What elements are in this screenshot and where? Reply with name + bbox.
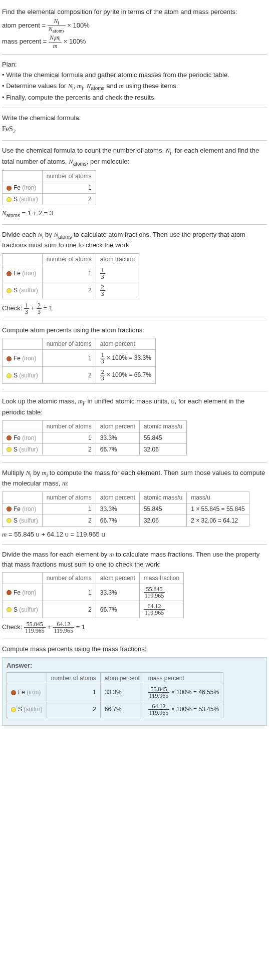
fraction: 13 <box>100 267 105 280</box>
col: number of atoms <box>42 171 96 182</box>
l: (sulfur) <box>19 517 38 524</box>
n: 1 <box>42 182 96 194</box>
v: N <box>166 147 170 154</box>
sub: 2 <box>13 129 16 134</box>
e: S <box>18 706 22 713</box>
el: S <box>14 196 18 203</box>
iron-icon <box>7 271 12 276</box>
r: 1 × 55.845 = 55.845 <box>187 503 249 515</box>
d: 3 <box>24 309 29 315</box>
eq-lhs: mass percent = <box>2 38 47 45</box>
table-row: Fe (iron)133.3%55.845 <box>3 432 187 443</box>
s: atoms <box>73 161 87 166</box>
table-row: S (sulfur)223 <box>3 282 139 299</box>
t: × 100% = 53.45% <box>169 705 219 712</box>
sulfur-icon <box>7 607 12 612</box>
c: number of atoms <box>42 338 96 350</box>
l: (sulfur) <box>19 287 38 294</box>
t: + <box>46 623 53 631</box>
table-row: S (sulfur)223 × 100% = 66.7% <box>3 367 156 384</box>
t: Multiply <box>2 469 26 476</box>
n: 2 <box>42 194 96 205</box>
e: S <box>14 606 18 613</box>
table-row: Fe (iron)133.3%55.845119.965 × 100% = 46… <box>7 684 223 701</box>
v: m <box>42 469 47 476</box>
sulfur-icon <box>7 373 12 378</box>
c: number of atoms <box>47 672 100 684</box>
l: (iron) <box>22 184 36 191</box>
v: m <box>2 531 7 538</box>
l: (iron) <box>27 689 41 696</box>
n: 2 <box>42 515 96 526</box>
el: Fe <box>14 184 21 191</box>
t: and <box>105 82 119 90</box>
d: 3 <box>37 309 42 315</box>
heading: Compute atom percents using the atom fra… <box>2 325 267 335</box>
atom-percent-section: Compute atom percents using the atom fra… <box>2 320 267 392</box>
c: atomic mass/u <box>139 420 186 432</box>
t: by <box>43 231 54 238</box>
e: Fe <box>14 589 21 596</box>
sulfur-icon <box>7 288 12 293</box>
count-table: number of atoms Fe (iron)1 S (sulfur)2 <box>2 170 96 205</box>
fraction: 64.12119.965 <box>148 703 170 716</box>
table-row: S (sulfur)2 <box>3 194 96 205</box>
iron-icon <box>7 507 12 512</box>
eq-rhs: × 100% <box>64 38 86 45</box>
t: × 100% = 66.7% <box>105 371 151 378</box>
count-sum: Natoms = 1 + 2 = 3 <box>2 208 267 219</box>
p: 66.7% <box>96 443 139 455</box>
mass-table: number of atomsatom percentatomic mass/u… <box>2 420 187 455</box>
check: Check: 55.845119.965 + 64.12119.965 = 1 <box>2 621 267 634</box>
e: Fe <box>18 689 25 696</box>
d: 119.965 <box>144 593 165 599</box>
fraction: 55.845119.965 <box>148 686 170 699</box>
fraction: Ni Natoms <box>48 18 66 34</box>
d: 119.965 <box>148 693 170 699</box>
d: 3 <box>100 291 105 297</box>
plan-item: • Write the chemical formula and gather … <box>2 70 267 80</box>
c: number of atoms <box>42 573 96 584</box>
table-row: Fe (iron)133.3%55.8451 × 55.845 = 55.845 <box>3 503 249 515</box>
l: (iron) <box>22 355 36 362</box>
intro-text: Find the elemental composition for pyrit… <box>2 7 267 17</box>
c: number of atoms <box>42 420 96 432</box>
t: • Determine values for <box>2 82 68 90</box>
p: 33.3% <box>100 684 144 701</box>
s: atoms <box>91 85 104 91</box>
c: number of atoms <box>42 492 96 503</box>
n: 2 <box>47 701 100 718</box>
l: (sulfur) <box>19 606 38 613</box>
p: 66.7% <box>96 515 139 526</box>
heading: Divide each Ni by Natoms to calculate at… <box>2 230 267 250</box>
count-section: Use the chemical formula to count the nu… <box>2 141 267 225</box>
c: atomic mass/u <box>139 492 186 503</box>
c: number of atoms <box>42 253 96 265</box>
t: × 100% = 46.55% <box>169 688 219 695</box>
n: 1 <box>42 503 96 515</box>
answer-heading: Answer: <box>7 662 262 669</box>
p: 33.3% <box>96 432 139 443</box>
fraction: Nimi m <box>49 35 62 49</box>
c: atom percent <box>96 492 139 503</box>
n: 2 <box>42 367 96 384</box>
t: Divide each <box>2 231 38 238</box>
iron-icon <box>7 356 12 361</box>
v: N <box>38 231 43 238</box>
t: FeS <box>2 125 13 133</box>
mass-fraction-section: Divide the mass for each element by m to… <box>2 545 267 639</box>
t: + <box>29 304 37 312</box>
atom-percent-table: number of atomsatom percent Fe (iron)113… <box>2 338 156 384</box>
v: N <box>2 209 7 217</box>
r: 2 × 32.06 = 64.12 <box>187 515 249 526</box>
v: m <box>53 43 58 50</box>
d: 3 <box>100 358 105 364</box>
atom-fraction-table: number of atomsatom fraction Fe (iron)11… <box>2 253 139 299</box>
chemical-formula: FeS2 <box>2 124 267 135</box>
l: (iron) <box>22 589 36 596</box>
sulfur-icon <box>7 518 12 523</box>
plan-item: • Finally, compute the percents and chec… <box>2 93 267 103</box>
v: m <box>77 82 82 90</box>
count-heading: Use the chemical formula to count the nu… <box>2 146 267 167</box>
v: m <box>62 479 67 487</box>
